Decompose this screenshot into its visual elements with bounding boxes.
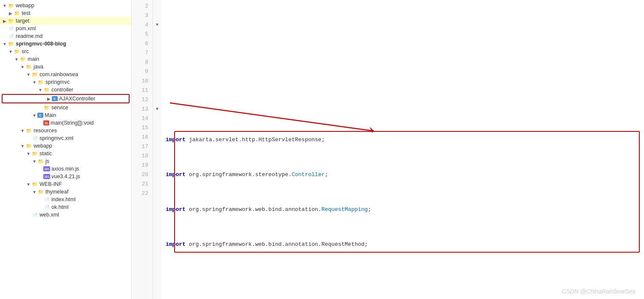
folder-icon: 📁 [37,189,44,195]
folder-icon: 📁 [8,18,14,24]
code-line-3 [166,100,644,110]
html-icon: 📄 [43,204,50,210]
collapse-icon-2[interactable]: ▼ [153,105,161,114]
sidebar-item-springmvc-blog[interactable]: ▼ 📁 springmvc-008-blog [0,40,131,48]
sidebar-item-label: com.rainbowsea [40,71,78,77]
sidebar-item-main[interactable]: ▼ 📁 main [0,55,131,63]
watermark: CSDN @ChinaRainbowSea [562,288,636,295]
sidebar-item-label: readme.md [16,33,42,39]
folder-icon: 📁 [25,143,32,149]
sidebar-item-test[interactable]: ▶ 📁 test [0,9,131,17]
folder-icon: 📁 [8,3,14,9]
sidebar-item-vue[interactable]: ▶ 101 vue3.4.21.js [0,173,131,180]
code-line-6: import org.springframework.web.bind.anno… [166,205,644,214]
sidebar-item-controller[interactable]: ▼ 📁 controller [0,86,131,94]
sidebar-item-label: pom.xml [16,26,36,31]
sidebar-item-label: web.xml [40,212,59,218]
class-c-icon: C [52,96,58,101]
sidebar-item-ajax-controller[interactable]: ▶ C AJAXController [2,94,130,103]
folder-icon: 📁 [8,41,14,47]
xml-icon: 📄 [31,212,38,218]
sidebar-item-resources[interactable]: ▼ 📁 resources [0,127,131,134]
sidebar-item-com[interactable]: ▼ 📁 com.rainbowsea [0,71,131,78]
sidebar-item-main-method[interactable]: ▶ m main(String[]):void [0,119,131,127]
folder-icon: 📁 [31,71,38,77]
folder-icon: 📁 [31,151,38,157]
sidebar-item-label: springmvc-008-blog [16,41,66,47]
sidebar-item-label: webapp [34,143,52,149]
sidebar-item-label: target [16,18,29,24]
sidebar-item-webapp[interactable]: ▼ 📁 webapp [0,2,131,9]
sidebar-item-label: main [28,56,39,62]
code-line-5: import org.springframework.stereotype.Co… [166,170,644,179]
sidebar-item-label: service [51,105,68,111]
folder-icon: 📁 [37,79,44,85]
sidebar-item-label: springmvc.xml [40,135,73,141]
folder-icon: 📁 [43,105,50,111]
code-content: import jakarta.servlet.http.HttpServletR… [161,0,644,299]
code-gutter: ▼ ▼ [153,0,161,299]
md-icon: 📄 [8,33,14,39]
svg-marker-1 [370,127,374,133]
sidebar-item-index-html[interactable]: ▶ 📄 index.html [0,196,131,203]
sidebar-item-js[interactable]: ▼ 📁 js [0,157,131,165]
html-icon: 📄 [43,196,50,202]
code-line-4: import jakarta.servlet.http.HttpServletR… [166,135,644,145]
sidebar-item-java[interactable]: ▼ 📁 java [0,63,131,71]
sidebar-item-springmvc-xml[interactable]: ▶ 📄 springmvc.xml [0,134,131,142]
sidebar-item-static[interactable]: ▼ 📁 static [0,150,131,157]
file-tree-sidebar[interactable]: ▼ 📁 webapp ▶ 📁 test ▶ 📁 target ▶ 📄 pom.x… [0,0,132,299]
line-numbers: 2 3 4 5 6 7 8 9 10 11 12 13 14 15 16 17 … [132,0,153,299]
sidebar-item-label: ok.html [51,204,68,210]
expand-arrow: ▶ [8,11,14,16]
code-line-2 [166,65,644,75]
red-border-box [174,131,640,253]
sidebar-item-web-xml[interactable]: ▶ 📄 web.xml [0,211,131,219]
sidebar-item-label: js [45,158,49,164]
class-c-icon: C [37,113,43,118]
js-num-icon: 101 [43,174,50,179]
folder-icon: 📁 [31,181,38,187]
folder-icon: 📁 [25,128,32,134]
sidebar-item-label: test [22,10,30,16]
sidebar-item-thymeleaf[interactable]: ▼ 📁 thymeleaf [0,188,131,196]
sidebar-item-webapp2[interactable]: ▼ 📁 webapp [0,142,131,150]
xml-icon: 📄 [31,135,38,141]
sidebar-item-label: java [34,64,43,70]
sidebar-item-readme[interactable]: ▶ 📄 readme.md [0,32,131,40]
collapse-icon[interactable]: ▼ [153,20,161,30]
sidebar-item-webinf[interactable]: ▼ 📁 WEB-INF [0,180,131,188]
folder-icon: 📁 [37,158,44,164]
sidebar-item-label: src [22,48,29,54]
sidebar-item-label: resources [34,128,57,134]
code-line-7: import org.springframework.web.bind.anno… [166,240,644,249]
sidebar-item-label: thymeleaf [45,189,68,195]
expand-arrow: ▼ [2,3,8,8]
sidebar-item-axios[interactable]: ▶ 101 axios.min.js [0,165,131,173]
sidebar-item-springmvc[interactable]: ▼ 📁 springmvc [0,78,131,86]
code-editor[interactable]: 2 3 4 5 6 7 8 9 10 11 12 13 14 15 16 17 … [132,0,644,299]
sidebar-item-label: index.html [51,196,76,202]
folder-icon: 📁 [14,48,20,54]
sidebar-item-main-class[interactable]: ▼ C Main [0,111,131,119]
folder-icon: 📁 [20,56,26,62]
sidebar-item-label: webapp [16,3,34,9]
xml-icon: 📄 [8,26,14,31]
sidebar-item-label: controller [51,87,73,93]
code-line-8 [166,275,644,284]
sidebar-item-label: AJAXController [59,96,95,102]
expand-arrow: ▶ [2,19,8,23]
js-num-icon: 101 [43,166,50,171]
sidebar-item-label: static [40,151,52,157]
sidebar-item-service[interactable]: ▶ 📁 service [0,104,131,111]
sidebar-item-label: axios.min.js [51,166,79,172]
folder-icon: 📁 [25,64,32,70]
sidebar-item-label: springmvc [45,79,70,85]
folder-icon: 📁 [14,10,20,16]
sidebar-item-target[interactable]: ▶ 📁 target [0,17,131,25]
sidebar-item-label: main(String[]):void [51,120,93,126]
red-arrow-svg [161,0,644,299]
sidebar-item-pom[interactable]: ▶ 📄 pom.xml [0,25,131,32]
sidebar-item-src[interactable]: ▼ 📁 src [0,48,131,55]
sidebar-item-ok-html[interactable]: ▶ 📄 ok.html [0,203,131,211]
